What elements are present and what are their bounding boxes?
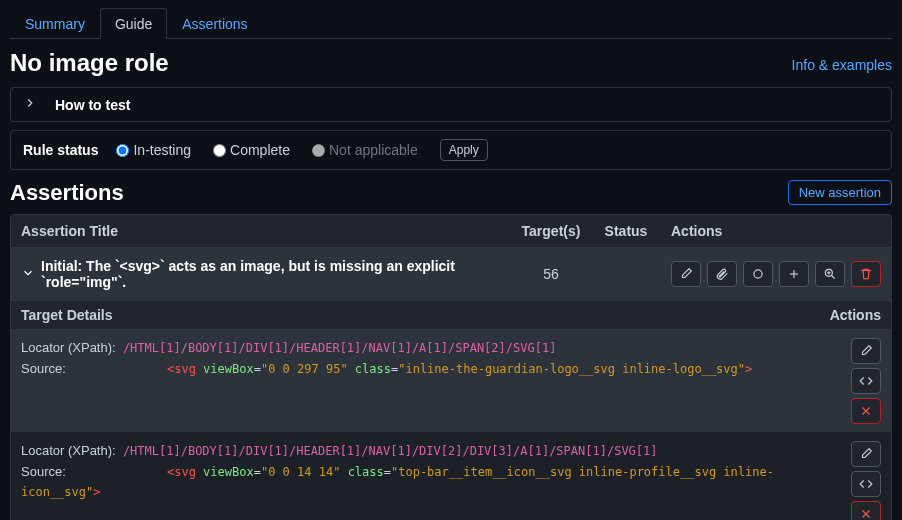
xpath-value: /HTML[1]/BODY[1]/DIV[1]/HEADER[1]/NAV[1]… [123,444,658,458]
col-title: Assertion Title [21,223,511,239]
target-detail-row: Locator (XPath): /HTML[1]/BODY[1]/DIV[1]… [11,433,891,520]
tab-bar: Summary Guide Assertions [10,8,892,39]
xpath-value: /HTML[1]/BODY[1]/DIV[1]/HEADER[1]/NAV[1]… [123,341,556,355]
radio-complete-input[interactable] [213,144,226,157]
svg-line-4 [832,276,835,279]
detail-edit-button[interactable] [851,441,881,467]
radio-not-applicable-input [312,144,325,157]
target-detail-row: Locator (XPath): /HTML[1]/BODY[1]/DIV[1]… [11,330,891,433]
detail-delete-button[interactable] [851,398,881,424]
source-code: <svg viewBox="0 0 297 95" class="inline-… [167,362,752,376]
radio-complete[interactable]: Complete [213,142,290,158]
add-button[interactable] [779,261,809,287]
new-assertion-button[interactable]: New assertion [788,180,892,205]
detail-delete-button[interactable] [851,501,881,520]
col-targets: Target(s) [511,223,591,239]
circle-button[interactable] [743,261,773,287]
locator-label: Locator (XPath): [21,443,116,458]
svg-point-0 [754,270,762,278]
zoom-button[interactable] [815,261,845,287]
assertion-targets: 56 [511,266,591,282]
target-details-header: Target Details Actions [11,301,891,330]
edit-button[interactable] [671,261,701,287]
apply-button[interactable]: Apply [440,139,488,161]
chevron-right-icon [23,96,37,113]
detail-code-button[interactable] [851,471,881,497]
assertion-row: Initial: The `<svg>` acts as an image, b… [11,248,891,301]
radio-not-applicable: Not applicable [312,142,418,158]
radio-in-testing[interactable]: In-testing [116,142,191,158]
rule-status-panel: Rule status In-testing Complete Not appl… [10,130,892,170]
info-examples-link[interactable]: Info & examples [792,57,892,73]
details-actions-label: Actions [811,307,881,323]
chevron-down-icon[interactable] [21,266,35,283]
how-to-test-label: How to test [55,97,130,113]
assertion-title: Initial: The `<svg>` acts as an image, b… [41,258,511,290]
assertions-heading: Assertions [10,180,892,206]
table-header: Assertion Title Target(s) Status Actions [11,215,891,248]
tab-summary[interactable]: Summary [10,8,100,39]
target-details-label: Target Details [21,307,113,323]
detail-edit-button[interactable] [851,338,881,364]
attach-button[interactable] [707,261,737,287]
source-label: Source: [21,361,66,376]
tab-guide[interactable]: Guide [100,8,167,39]
delete-button[interactable] [851,261,881,287]
col-status: Status [591,223,661,239]
radio-in-testing-input[interactable] [116,144,129,157]
col-actions: Actions [661,223,881,239]
how-to-test-panel[interactable]: How to test [10,87,892,122]
source-label: Source: [21,464,66,479]
detail-code-button[interactable] [851,368,881,394]
source-code: <svg viewBox="0 0 14 14" class="top-bar_… [21,465,774,499]
rule-status-label: Rule status [23,142,98,158]
page-title: No image role [10,49,892,77]
locator-label: Locator (XPath): [21,340,116,355]
tab-assertions[interactable]: Assertions [167,8,262,39]
assertions-table: Assertion Title Target(s) Status Actions… [10,214,892,520]
